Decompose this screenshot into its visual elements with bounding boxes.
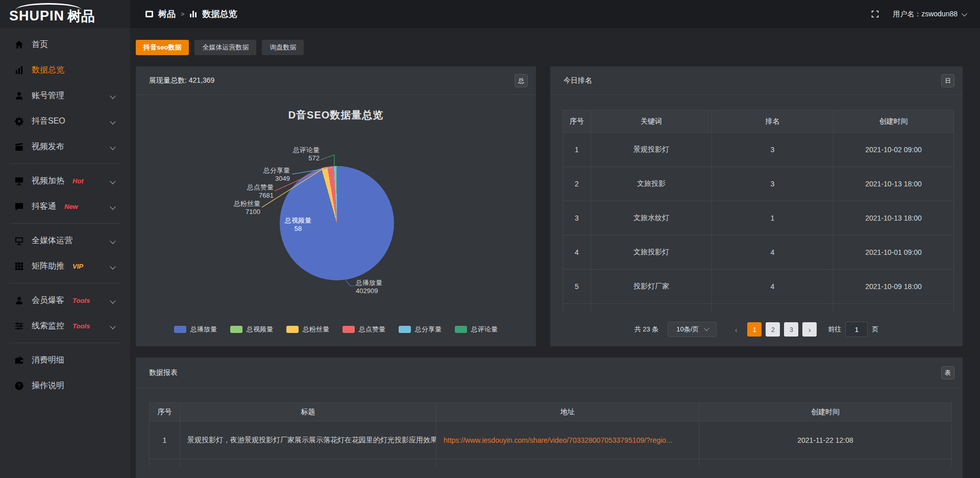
sidebar-item-member-baoke[interactable]: 会员爆客 Tools [0, 288, 130, 313]
sidebar-item-label: 线索监控 [32, 321, 64, 331]
sidebar-item-douyin-seo[interactable]: 抖音SEO [0, 108, 130, 134]
sidebar-item-matrix-boost[interactable]: 矩阵助推 VIP [0, 253, 130, 279]
report-link[interactable]: https://www.iesdouyin.com/share/video/70… [444, 436, 672, 444]
sidebar-item-video-heat[interactable]: 视频加热 Hot [0, 168, 130, 194]
page-size-select[interactable]: 10条/页 [668, 322, 717, 337]
goto-label: 前往 [828, 325, 841, 334]
legend-swatch [286, 326, 299, 333]
day-view-button[interactable]: 日 [941, 74, 954, 87]
sidebar-item-consume-detail[interactable]: 消费明细 [0, 347, 130, 373]
sidebar-item-label: 首页 [32, 39, 48, 50]
chevron-down-icon [962, 10, 967, 16]
ranking-cell-index: 1 [563, 133, 591, 167]
ranking-cell-rank: 3 [712, 167, 834, 201]
ranking-cell-index: 5 [563, 270, 591, 304]
sidebar-item-label: 消费明细 [32, 355, 64, 366]
legend-swatch [174, 326, 186, 333]
report-col-header: 创建时间 [699, 403, 952, 421]
legend-label: 总视频量 [247, 325, 273, 334]
ranking-cell-time: 2021-10-09 18:00 [834, 270, 954, 304]
sidebar-divider [9, 223, 121, 224]
report-stub-cell [180, 459, 436, 466]
chevron-down-icon [110, 178, 115, 184]
sidebar-divider [9, 283, 121, 283]
legend-item-3[interactable]: 总粉丝量 [286, 325, 329, 334]
chevron-down-icon [110, 144, 115, 150]
report-stub-cell [150, 459, 180, 466]
sidebar-item-label: 矩阵助推 [32, 261, 64, 272]
tab-media-ops-data[interactable]: 全媒体运营数据 [194, 40, 256, 55]
sidebar-item-icon [14, 116, 24, 126]
ranking-cell-keyword: 文旅水纹灯 [591, 201, 712, 235]
ranking-cell-keyword: 文旅投影 [591, 167, 712, 201]
legend-item-4[interactable]: 总点赞量 [342, 325, 385, 334]
report-panel-title: 数据报表 [149, 368, 178, 377]
data-report-panel: 数据报表 表 序号标题地址创建时间1景观投影灯，夜游景观投影灯厂家展示展示落花灯… [136, 357, 963, 478]
pie-label-5: 总分享量3049 [263, 166, 290, 183]
legend-item-2[interactable]: 总视频量 [230, 325, 273, 334]
page-button-3[interactable]: 3 [784, 322, 798, 337]
ranking-stub-cell [563, 304, 591, 312]
sidebar-item-operation-guide[interactable]: 操作说明 [0, 373, 130, 398]
chevron-down-icon [110, 204, 115, 209]
page-button-2[interactable]: 2 [766, 322, 780, 337]
prev-page-button[interactable]: ‹ [729, 322, 743, 337]
sidebar-item-badge: Hot [72, 177, 84, 185]
board-icon [145, 11, 153, 17]
sidebar-item-douketong[interactable]: 抖客通 New [0, 194, 130, 219]
ranking-col-header: 排名 [712, 110, 834, 133]
sidebar-item-icon [14, 236, 24, 246]
report-cell-time: 2021-11-22 12:08 [699, 421, 952, 459]
ranking-cell-time: 2021-10-13 18:00 [834, 167, 954, 201]
report-col-header: 标题 [180, 403, 436, 421]
sidebar-item-label: 数据总览 [32, 65, 64, 76]
tab-inquiry-data[interactable]: 询盘数据 [262, 40, 304, 55]
chevron-down-icon [110, 238, 115, 244]
legend-item-5[interactable]: 总分享量 [399, 325, 442, 334]
total-view-button[interactable]: 总 [514, 74, 528, 87]
legend-label: 总播放量 [190, 325, 217, 334]
breadcrumb-root[interactable]: 树品 [158, 8, 176, 20]
app-logo[interactable]: SHUPIN 树品 [0, 0, 130, 28]
ranking-cell-rank: 3 [712, 133, 834, 167]
bar-chart-icon [190, 11, 198, 17]
pie-label-6: 总评论量572 [293, 146, 320, 162]
report-cell-index: 1 [150, 421, 180, 459]
fullscreen-icon[interactable] [871, 10, 879, 18]
sidebar-item-icon [14, 40, 24, 50]
table-view-button[interactable]: 表 [941, 366, 954, 379]
sidebar-item-media-ops[interactable]: 全媒体运营 [0, 228, 130, 253]
report-table: 序号标题地址创建时间1景观投影灯，夜游景观投影灯厂家展示展示落花灯在花园里的灯光… [149, 402, 952, 466]
sidebar-item-badge: New [64, 203, 78, 210]
chevron-down-icon [704, 325, 709, 330]
sidebar-item-label: 抖客通 [32, 201, 56, 212]
breadcrumb-current: 数据总览 [203, 8, 237, 20]
chart-panel-header: 展现量总数: 421,369 总 [136, 66, 536, 95]
ranking-col-header: 关键词 [591, 110, 712, 133]
sidebar-item-video-publish[interactable]: 视频发布 [0, 134, 130, 159]
next-page-button[interactable]: › [802, 322, 817, 337]
sidebar-item-data-overview[interactable]: 数据总览 [0, 57, 130, 83]
sidebar-item-icon [14, 202, 24, 211]
legend-swatch [399, 326, 411, 333]
tab-douyin-seo-data[interactable]: 抖音seo数据 [136, 40, 189, 55]
sidebar-item-label: 账号管理 [32, 90, 64, 101]
sidebar-item-account-manage[interactable]: 账号管理 [0, 83, 130, 108]
sidebar-item-icon [14, 65, 24, 75]
page-button-1[interactable]: 1 [747, 322, 762, 337]
sidebar-item-icon [14, 381, 24, 391]
legend-label: 总点赞量 [359, 325, 385, 334]
sidebar-item-icon [14, 91, 24, 101]
header-right: 用户名：zswodun88 [871, 0, 966, 28]
user-menu[interactable]: 用户名：zswodun88 [893, 10, 966, 19]
app-root: 树品 > 数据总览 用户名：zswodun88 SHUPIN 树品 首页 [0, 0, 980, 478]
sidebar-item-clue-monitor[interactable]: 线索监控 Tools [0, 313, 130, 339]
goto-page: 前往 页 [828, 322, 878, 337]
sidebar-item-home[interactable]: 首页 [0, 32, 130, 57]
goto-page-input[interactable] [845, 322, 868, 337]
chevron-down-icon [110, 264, 115, 269]
chevron-down-icon [110, 93, 115, 99]
legend-item-1[interactable]: 总播放量 [174, 325, 217, 334]
sidebar-item-label: 抖音SEO [32, 116, 65, 127]
legend-item-6[interactable]: 总评论量 [455, 325, 498, 334]
